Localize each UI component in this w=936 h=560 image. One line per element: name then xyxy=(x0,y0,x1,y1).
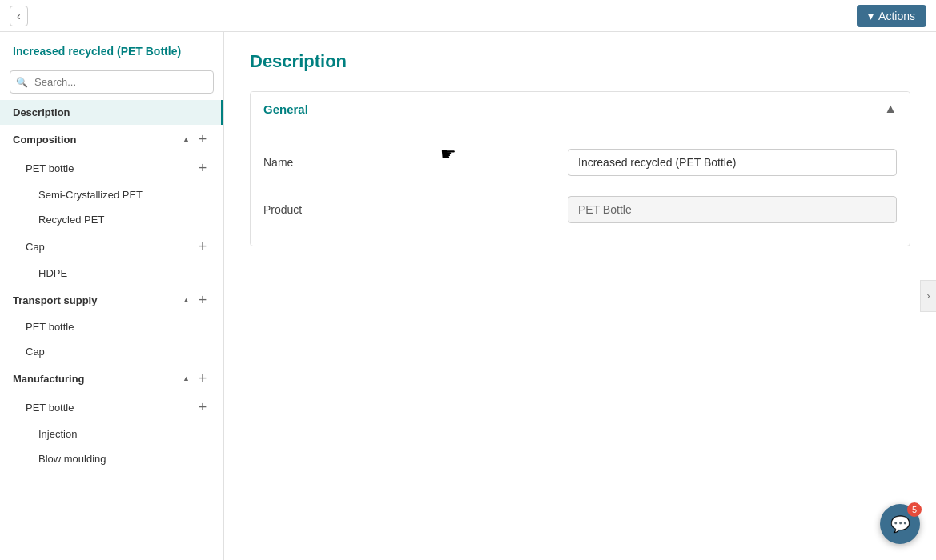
form-label-0: Name xyxy=(263,156,568,169)
search-input[interactable] xyxy=(10,70,214,94)
sidebar-item-right-manufacturing: ▲+ xyxy=(183,370,211,386)
chevron-composition-icon: ▲ xyxy=(183,135,190,143)
plus-button-transport-supply[interactable]: + xyxy=(195,292,211,308)
sidebar-item-label-pet-bottle-1: PET bottle xyxy=(26,162,74,174)
sidebar-item-label-composition: Composition xyxy=(13,134,76,146)
back-button[interactable]: ‹ xyxy=(10,6,28,26)
page-title: Description xyxy=(250,51,910,72)
sidebar-item-right-pet-bottle-1: + xyxy=(195,160,211,176)
form-input-0[interactable] xyxy=(568,149,897,176)
sidebar-item-label-pet-bottle-3: PET bottle xyxy=(26,402,74,414)
sidebar-item-label-transport-supply: Transport supply xyxy=(13,294,97,306)
sidebar-item-right-composition: ▲+ xyxy=(183,131,211,147)
main-layout: Increased recycled (PET Bottle) 🔍 Descri… xyxy=(0,32,936,560)
sidebar-item-transport-supply[interactable]: Transport supply▲+ xyxy=(0,286,223,314)
sidebar-item-pet-bottle-1[interactable]: PET bottle+ xyxy=(0,154,223,182)
back-icon: ‹ xyxy=(17,10,21,22)
form-value-0 xyxy=(568,149,897,176)
sidebar-item-right-pet-bottle-3: + xyxy=(195,399,211,415)
chat-badge: 5 xyxy=(907,502,922,517)
actions-button[interactable]: ▾ Actions xyxy=(857,5,926,27)
form-input-1 xyxy=(568,196,897,223)
sidebar-nav: DescriptionComposition▲+PET bottle+Semi-… xyxy=(0,100,223,471)
sidebar-item-recycled-pet[interactable]: Recycled PET xyxy=(0,207,223,232)
plus-button-composition[interactable]: + xyxy=(195,131,211,147)
section-title-general: General xyxy=(263,102,308,116)
sidebar-item-label-injection: Injection xyxy=(38,428,77,440)
form-label-1: Product xyxy=(263,203,568,216)
sidebar-item-label-pet-bottle-2: PET bottle xyxy=(26,321,74,333)
sidebar-search-wrapper: 🔍 xyxy=(0,64,223,100)
chevron-transport-supply-icon: ▲ xyxy=(183,296,190,304)
sidebar-item-right-transport-supply: ▲+ xyxy=(183,292,211,308)
content-area: ☛ Description General▲NameProduct › xyxy=(224,32,936,560)
sidebar-item-label-cap-1: Cap xyxy=(26,241,45,253)
sidebar-item-semi-crystallized-pet[interactable]: Semi-Crystallized PET xyxy=(0,182,223,207)
topbar-right: ▾ Actions xyxy=(857,5,926,27)
sidebar-item-label-manufacturing: Manufacturing xyxy=(13,373,85,385)
topbar-left: ‹ xyxy=(10,6,28,26)
sidebar-item-label-description: Description xyxy=(13,106,70,118)
right-panel-chevron-icon: › xyxy=(927,290,930,302)
sections-container: General▲NameProduct xyxy=(250,91,910,246)
sidebar-title: Increased recycled (PET Bottle) xyxy=(0,32,223,64)
form-row-0: Name xyxy=(263,139,897,186)
sidebar-item-label-semi-crystallized-pet: Semi-Crystallized PET xyxy=(38,189,143,201)
sidebar-item-manufacturing[interactable]: Manufacturing▲+ xyxy=(0,364,223,393)
section-header-general[interactable]: General▲ xyxy=(251,92,910,126)
sidebar: Increased recycled (PET Bottle) 🔍 Descri… xyxy=(0,32,224,560)
sidebar-item-description[interactable]: Description xyxy=(0,100,223,125)
chevron-manufacturing-icon: ▲ xyxy=(183,374,190,382)
chat-icon: 💬 xyxy=(890,514,910,534)
topbar: ‹ ▾ Actions xyxy=(0,0,936,32)
sidebar-item-pet-bottle-3[interactable]: PET bottle+ xyxy=(0,393,223,422)
plus-button-pet-bottle-3[interactable]: + xyxy=(195,399,211,415)
plus-button-cap-1[interactable]: + xyxy=(195,238,211,254)
section-general: General▲NameProduct xyxy=(250,91,910,246)
chat-button[interactable]: 💬 5 xyxy=(880,504,920,544)
sidebar-item-right-cap-1: + xyxy=(195,238,211,254)
sidebar-item-label-cap-2: Cap xyxy=(26,346,45,358)
sidebar-item-cap-1[interactable]: Cap+ xyxy=(0,232,223,261)
section-collapse-button-general[interactable]: ▲ xyxy=(884,102,897,116)
sidebar-item-cap-2[interactable]: Cap xyxy=(0,339,223,364)
sidebar-item-label-hdpe: HDPE xyxy=(38,267,67,279)
sidebar-item-pet-bottle-2[interactable]: PET bottle xyxy=(0,314,223,339)
sidebar-item-injection[interactable]: Injection xyxy=(0,422,223,446)
actions-chevron-icon: ▾ xyxy=(868,10,874,22)
sidebar-item-label-blow-moulding: Blow moulding xyxy=(38,453,106,465)
right-panel-toggle[interactable]: › xyxy=(920,280,936,312)
sidebar-item-hdpe[interactable]: HDPE xyxy=(0,261,223,286)
actions-label: Actions xyxy=(878,10,915,22)
form-value-1 xyxy=(568,196,897,223)
sidebar-item-label-recycled-pet: Recycled PET xyxy=(38,214,104,226)
section-body-general: NameProduct xyxy=(251,126,910,246)
plus-button-manufacturing[interactable]: + xyxy=(195,370,211,386)
form-row-1: Product xyxy=(263,186,897,233)
sidebar-item-composition[interactable]: Composition▲+ xyxy=(0,125,223,154)
search-icon: 🔍 xyxy=(16,77,28,88)
plus-button-pet-bottle-1[interactable]: + xyxy=(195,160,211,176)
sidebar-item-blow-moulding[interactable]: Blow moulding xyxy=(0,446,223,471)
